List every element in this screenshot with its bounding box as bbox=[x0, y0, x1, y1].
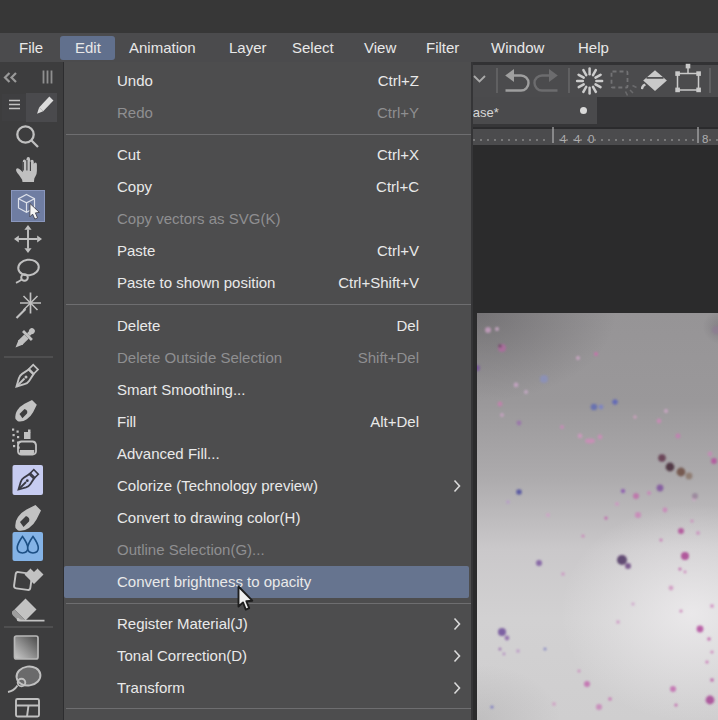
svg-text:8: 8 bbox=[702, 133, 708, 145]
svg-text:4: 4 bbox=[560, 133, 567, 145]
svg-text:4: 4 bbox=[574, 133, 581, 145]
svg-text:0: 0 bbox=[588, 133, 594, 145]
